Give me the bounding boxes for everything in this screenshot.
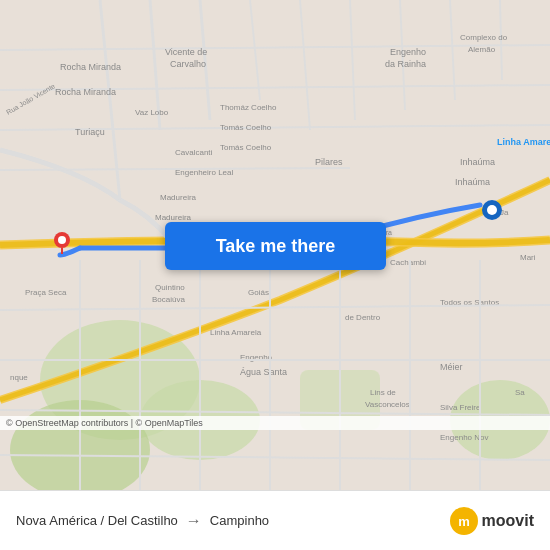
copyright-bar: © OpenStreetMap contributors | © OpenMap… xyxy=(0,416,550,430)
svg-text:Madureira: Madureira xyxy=(160,193,197,202)
svg-text:Silva Freire: Silva Freire xyxy=(440,403,481,412)
svg-text:Carvalho: Carvalho xyxy=(170,59,206,69)
svg-text:Engenho Nov: Engenho Nov xyxy=(440,433,488,442)
arrow-icon: → xyxy=(186,512,202,530)
svg-text:Quintino: Quintino xyxy=(155,283,185,292)
svg-text:Tomás Coelho: Tomás Coelho xyxy=(220,143,272,152)
take-me-there-button[interactable]: Take me there xyxy=(165,222,386,270)
svg-point-73 xyxy=(58,236,66,244)
origin-label: Nova América / Del Castilho xyxy=(16,513,178,528)
svg-text:Mari: Mari xyxy=(520,253,536,262)
svg-text:Bocaiúva: Bocaiúva xyxy=(152,295,185,304)
svg-text:Linha Amarela: Linha Amarela xyxy=(210,328,262,337)
svg-text:Vasconcelos: Vasconcelos xyxy=(365,400,410,409)
copyright-text: © OpenStreetMap contributors | © OpenMap… xyxy=(6,418,203,428)
svg-text:de Dentro: de Dentro xyxy=(345,313,381,322)
start-pin xyxy=(50,230,74,254)
end-pin xyxy=(480,198,504,222)
svg-text:m: m xyxy=(458,514,470,529)
destination-label: Campinho xyxy=(210,513,269,528)
svg-text:Cachambi: Cachambi xyxy=(390,258,426,267)
moovit-logo-icon: m xyxy=(450,507,478,535)
svg-text:Rocha Miranda: Rocha Miranda xyxy=(55,87,116,97)
svg-text:Complexo do: Complexo do xyxy=(460,33,508,42)
route-info: Nova América / Del Castilho → Campinho xyxy=(16,512,450,530)
svg-text:Cavalcanti: Cavalcanti xyxy=(175,148,213,157)
svg-text:Vaz Lobo: Vaz Lobo xyxy=(135,108,169,117)
bottom-bar: Nova América / Del Castilho → Campinho m… xyxy=(0,490,550,550)
svg-text:Goiás: Goiás xyxy=(248,288,269,297)
svg-text:nque: nque xyxy=(10,373,28,382)
moovit-text: moovit xyxy=(482,512,534,530)
svg-text:Alemão: Alemão xyxy=(468,45,496,54)
svg-text:Inhaúma: Inhaúma xyxy=(455,177,490,187)
svg-text:Praça Seca: Praça Seca xyxy=(25,288,67,297)
svg-text:Tomás Coelho: Tomás Coelho xyxy=(220,123,272,132)
svg-text:Méier: Méier xyxy=(440,362,463,372)
svg-text:Pilares: Pilares xyxy=(315,157,343,167)
svg-text:Engenheiro Leal: Engenheiro Leal xyxy=(175,168,233,177)
svg-text:Rocha Miranda: Rocha Miranda xyxy=(60,62,121,72)
svg-text:Turiaçu: Turiaçu xyxy=(75,127,105,137)
svg-text:Inhaúma: Inhaúma xyxy=(460,157,495,167)
svg-text:Lins de: Lins de xyxy=(370,388,396,397)
map-container: Rocha Miranda Rocha Miranda Turiaçu Vice… xyxy=(0,0,550,490)
svg-text:Sa: Sa xyxy=(515,388,525,397)
svg-text:Vicente de: Vicente de xyxy=(165,47,207,57)
svg-text:Thomáz Coelho: Thomáz Coelho xyxy=(220,103,277,112)
moovit-logo: m moovit xyxy=(450,507,534,535)
svg-text:Linha Amarela: Linha Amarela xyxy=(497,137,550,147)
svg-text:Engenho: Engenho xyxy=(390,47,426,57)
svg-text:Água Santa: Água Santa xyxy=(240,367,287,377)
svg-text:Madureira: Madureira xyxy=(155,213,192,222)
svg-text:da Rainha: da Rainha xyxy=(385,59,426,69)
svg-point-75 xyxy=(487,205,497,215)
